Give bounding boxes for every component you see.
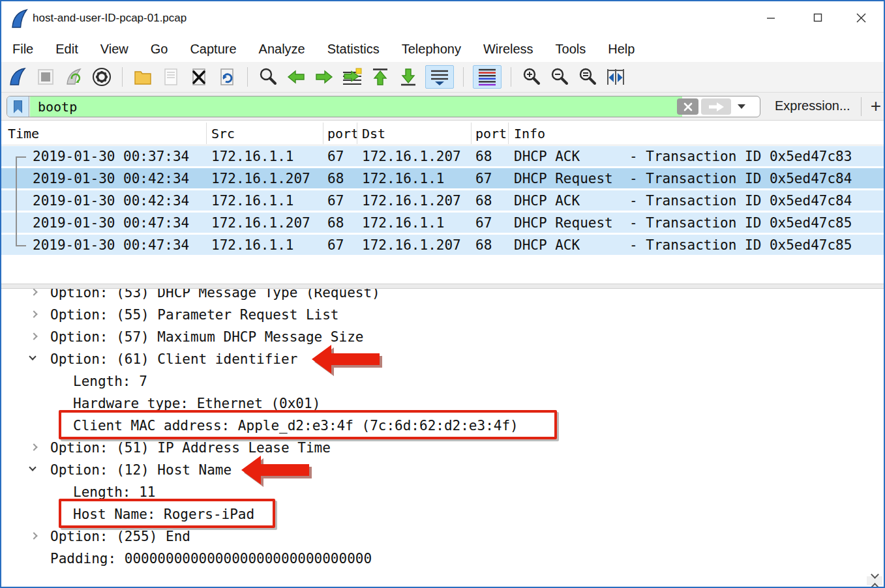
annotation-arrow-host-name	[241, 454, 317, 488]
detail-line[interactable]: Option: (57) Maximum DHCP Message Size	[1, 326, 864, 348]
detail-line[interactable]: Option: (53) DHCP Message Type (Request)	[1, 289, 864, 304]
chevron-right-icon[interactable]	[30, 310, 37, 317]
detail-line[interactable]: Padding: 000000000000000000000000000000	[1, 548, 864, 570]
capture-options-gear-icon[interactable]	[91, 65, 113, 89]
clear-x-icon	[683, 102, 693, 112]
menu-analyze[interactable]: Analyze	[248, 36, 316, 62]
window-title: host-and-user-ID-pcap-01.pcap	[33, 12, 187, 25]
wireshark-fin-icon	[10, 8, 29, 32]
packet-detail-pane: Option: (53) DHCP Message Type (Request)…	[1, 289, 884, 587]
annotation-arrow-client-identifier	[312, 344, 387, 377]
title-bar: host-and-user-ID-pcap-01.pcap	[1, 1, 884, 36]
find-packet-magnifier-icon[interactable]	[257, 65, 279, 89]
go-forward-arrow-icon[interactable]	[313, 65, 335, 89]
go-to-packet-icon[interactable]	[341, 65, 363, 89]
column-header-sport[interactable]: port	[327, 121, 359, 145]
chevron-down-icon[interactable]	[29, 353, 36, 360]
menu-edit[interactable]: Edit	[44, 36, 89, 62]
detail-line[interactable]: Option: (51) IP Address Lease Time	[1, 437, 864, 459]
filter-history-caret-icon[interactable]	[738, 104, 745, 109]
stop-capture-icon[interactable]	[35, 65, 57, 89]
start-capture-fin-icon[interactable]	[7, 65, 29, 89]
filter-bar: bootp Expression... +	[1, 93, 884, 121]
resize-columns-icon[interactable]	[605, 65, 627, 89]
chevron-down-icon[interactable]	[29, 463, 36, 471]
chevron-right-icon[interactable]	[30, 332, 37, 340]
wireshark-window: host-and-user-ID-pcap-01.pcap File Edit …	[0, 0, 885, 588]
maximize-button[interactable]	[798, 1, 838, 34]
toolbar-separator	[511, 67, 511, 87]
column-header-src[interactable]: Src	[211, 121, 235, 145]
zoom-original-icon[interactable]	[577, 65, 599, 89]
menu-view[interactable]: View	[89, 36, 140, 62]
packet-row[interactable]: 2019-01-30 00:37:34 172.16.1.1 67 172.16…	[1, 146, 884, 168]
chevron-right-icon[interactable]	[30, 532, 37, 539]
detail-line[interactable]: Option: (55) Parameter Request List	[1, 304, 864, 326]
toolbar-separator	[122, 67, 123, 87]
expression-button[interactable]: Expression...	[775, 98, 850, 113]
filter-apply-button[interactable]	[701, 98, 731, 115]
detail-line[interactable]: Option: (12) Host Name	[1, 459, 864, 481]
column-header-dport[interactable]: port	[475, 121, 507, 145]
close-file-icon[interactable]	[188, 65, 210, 89]
menu-go[interactable]: Go	[140, 36, 179, 62]
detail-scrollbar[interactable]	[867, 576, 882, 585]
chevron-right-icon[interactable]	[30, 443, 37, 450]
main-toolbar	[1, 62, 884, 93]
packet-row[interactable]: 2019-01-30 00:47:34 172.16.1.207 68 172.…	[1, 213, 884, 235]
open-file-folder-icon[interactable]	[132, 65, 154, 89]
column-header-info[interactable]: Info	[514, 121, 545, 145]
minimize-button[interactable]	[751, 1, 791, 34]
save-file-icon[interactable]	[160, 65, 182, 89]
menu-capture[interactable]: Capture	[179, 36, 247, 62]
packet-list-pane: Time Src port Dst port Info 2019-01-30 0…	[1, 121, 884, 284]
packet-row-selected[interactable]: 2019-01-30 00:42:34 172.16.1.207 68 172.…	[1, 168, 884, 190]
filter-bookmark-button[interactable]	[7, 96, 29, 117]
filter-separator	[861, 97, 862, 116]
colorize-packets-icon[interactable]	[473, 65, 502, 89]
go-last-packet-icon[interactable]	[397, 65, 419, 89]
column-header-dst[interactable]: Dst	[362, 121, 385, 145]
detail-line[interactable]: Option: (61) Client identifier	[1, 348, 864, 370]
display-filter-input[interactable]: bootp	[30, 96, 682, 117]
chevron-right-icon[interactable]	[30, 289, 37, 296]
menu-file[interactable]: File	[1, 36, 44, 62]
apply-arrow-icon	[708, 102, 725, 112]
detail-line[interactable]: Option: (255) End	[1, 525, 864, 548]
toolbar-separator	[463, 67, 464, 87]
go-back-arrow-icon[interactable]	[285, 65, 307, 89]
conversation-bracket	[16, 156, 26, 246]
display-filter-container: bootp	[7, 96, 760, 117]
annotation-box-client-mac	[59, 410, 557, 439]
menu-statistics[interactable]: Statistics	[316, 36, 391, 62]
restart-capture-icon[interactable]	[63, 65, 85, 89]
chevron-down-icon	[871, 570, 879, 579]
filter-clear-button[interactable]	[677, 98, 698, 115]
detail-line[interactable]: Length: 7	[1, 370, 864, 392]
packet-list-header: Time Src port Dst port Info	[1, 121, 884, 145]
pane-divider[interactable]	[1, 284, 884, 289]
reload-file-icon[interactable]	[216, 65, 238, 89]
zoom-in-icon[interactable]	[520, 65, 543, 89]
packet-row[interactable]: 2019-01-30 00:47:34 172.16.1.1 67 172.16…	[1, 235, 884, 257]
close-button[interactable]	[841, 1, 881, 34]
scroll-down-button[interactable]	[867, 568, 882, 584]
packet-row[interactable]: 2019-01-30 00:42:34 172.16.1.1 67 172.16…	[1, 190, 884, 213]
add-filter-button[interactable]: +	[867, 94, 884, 119]
bookmark-icon	[14, 100, 22, 113]
zoom-out-icon[interactable]	[548, 65, 571, 89]
menu-tools[interactable]: Tools	[545, 36, 597, 62]
menu-telephony[interactable]: Telephony	[391, 36, 472, 62]
toolbar-separator	[247, 67, 248, 87]
go-first-packet-icon[interactable]	[369, 65, 391, 89]
menu-help[interactable]: Help	[597, 36, 646, 62]
annotation-box-host-name	[59, 499, 275, 528]
menu-bar: File Edit View Go Capture Analyze Statis…	[1, 36, 884, 62]
menu-wireless[interactable]: Wireless	[472, 36, 545, 62]
column-header-time[interactable]: Time	[8, 121, 39, 145]
auto-scroll-icon[interactable]	[425, 65, 454, 89]
